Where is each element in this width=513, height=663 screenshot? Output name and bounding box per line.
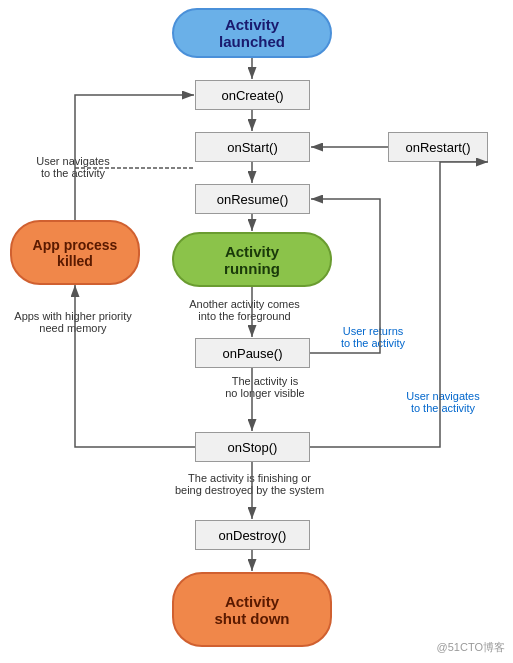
label-user-navigates-2: User navigatesto the activity [388, 390, 498, 414]
activity-launched-node: Activity launched [172, 8, 332, 58]
lifecycle-diagram: Activity launched onCreate() onStart() o… [0, 0, 513, 663]
onresume-box: onResume() [195, 184, 310, 214]
label-no-longer-visible: The activity isno longer visible [195, 375, 335, 399]
onstart-box: onStart() [195, 132, 310, 162]
onrestart-box: onRestart() [388, 132, 488, 162]
activity-shutdown-node: Activity shut down [172, 572, 332, 647]
label-user-returns: User returnsto the activity [318, 325, 428, 349]
app-killed-node: App process killed [10, 220, 140, 285]
onpause-box: onPause() [195, 338, 310, 368]
activity-running-node: Activity running [172, 232, 332, 287]
label-another-activity: Another activity comesinto the foregroun… [162, 298, 327, 322]
label-finishing: The activity is finishing orbeing destro… [162, 472, 337, 496]
ondestroy-box: onDestroy() [195, 520, 310, 550]
onstop-box: onStop() [195, 432, 310, 462]
label-user-navigates-1: User navigatesto the activity [18, 155, 128, 179]
label-apps-priority: Apps with higher priorityneed memory [8, 310, 138, 334]
watermark: @51CTO博客 [437, 640, 505, 655]
oncreate-box: onCreate() [195, 80, 310, 110]
